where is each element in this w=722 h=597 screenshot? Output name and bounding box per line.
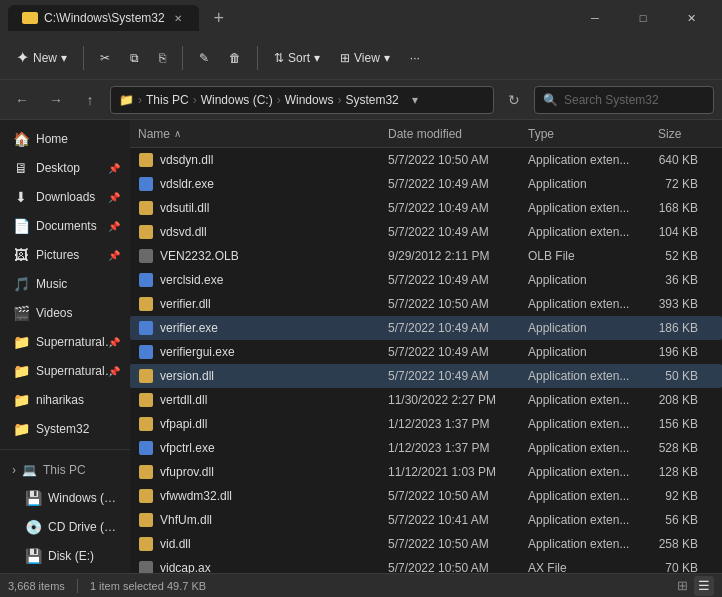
sidebar-item-music[interactable]: 🎵 Music [4,270,126,298]
maximize-button[interactable]: □ [620,0,666,36]
new-tab-button[interactable]: + [205,4,233,32]
table-row[interactable]: version.dll 5/7/2022 10:49 AM Applicatio… [130,364,722,388]
file-type-cell: Application [528,321,658,335]
sidebar-item-system32[interactable]: 📁 System32 [4,415,126,443]
column-header-size[interactable]: Size [658,127,714,141]
this-pc-chevron: › [12,463,16,477]
table-row[interactable]: vdsdyn.dll 5/7/2022 10:50 AM Application… [130,148,722,172]
tab-close-button[interactable]: ✕ [171,11,185,25]
downloads-pin-icon: 📌 [108,192,120,203]
table-row[interactable]: VEN2232.OLB 9/29/2012 2:11 PM OLB File 5… [130,244,722,268]
file-type-icon [138,464,154,480]
file-name-text: vfpapi.dll [160,417,207,431]
table-row[interactable]: verifier.dll 5/7/2022 10:50 AM Applicati… [130,292,722,316]
sort-button[interactable]: ⇅ Sort ▾ [266,42,328,74]
file-name-cell: vfpapi.dll [138,416,388,432]
table-row[interactable]: vertdll.dll 11/30/2022 2:27 PM Applicati… [130,388,722,412]
breadcrumb-dropdown[interactable]: ▾ [403,88,427,112]
title-bar: C:\Windows\System32 ✕ + ─ □ ✕ [0,0,722,36]
sidebar-item-home[interactable]: 🏠 Home [4,125,126,153]
table-row[interactable]: verclsid.exe 5/7/2022 10:49 AM Applicati… [130,268,722,292]
pictures-icon: 🖼 [12,247,30,263]
up-button[interactable]: ↑ [76,86,104,114]
sidebar-item-documents[interactable]: 📄 Documents 📌 [4,212,126,240]
file-date-cell: 1/12/2023 1:37 PM [388,441,528,455]
sidebar-item-supernatural2[interactable]: 📁 Supernatural S01E 📌 [4,357,126,385]
table-row[interactable]: vdsutil.dll 5/7/2022 10:49 AM Applicatio… [130,196,722,220]
supernatural1-pin-icon: 📌 [108,337,120,348]
sidebar-item-disk-e[interactable]: 💾 Disk (E:) [4,542,126,570]
table-row[interactable]: vfpctrl.exe 1/12/2023 1:37 PM Applicatio… [130,436,722,460]
file-type-icon [138,536,154,552]
sidebar-item-downloads[interactable]: ⬇ Downloads 📌 [4,183,126,211]
table-row[interactable]: vdsvd.dll 5/7/2022 10:49 AM Application … [130,220,722,244]
file-size-cell: 50 KB [658,369,714,383]
breadcrumb-windows-c[interactable]: Windows (C:) [201,93,273,107]
selected-info: 1 item selected 49.7 KB [90,580,206,592]
sidebar-item-windows-c[interactable]: 💾 Windows (C:) [4,484,126,512]
file-name-text: version.dll [160,369,214,383]
column-header-date[interactable]: Date modified [388,127,528,141]
file-type-cell: Application exten... [528,417,658,431]
file-type-icon [138,248,154,264]
minimize-button[interactable]: ─ [572,0,618,36]
this-pc-icon: 💻 [22,463,37,477]
close-button[interactable]: ✕ [668,0,714,36]
grid-view-button[interactable]: ⊞ [672,576,692,596]
sidebar-item-cd-drive-d[interactable]: 💿 CD Drive (D:) WI [4,513,126,541]
sidebar-item-niharikas[interactable]: 📁 niharikas [4,386,126,414]
table-row[interactable]: vdsldr.exe 5/7/2022 10:49 AM Application… [130,172,722,196]
view-button[interactable]: ⊞ View ▾ [332,42,398,74]
refresh-button[interactable]: ↻ [500,86,528,114]
file-name-cell: VEN2232.OLB [138,248,388,264]
breadcrumb-this-pc-label[interactable]: This PC [146,93,189,107]
new-button[interactable]: ✦ New ▾ [8,42,75,74]
table-row[interactable]: vfpapi.dll 1/12/2023 1:37 PM Application… [130,412,722,436]
column-header-type[interactable]: Type [528,127,658,141]
sidebar-this-pc-header[interactable]: › 💻 This PC [4,457,126,483]
table-row[interactable]: vfwwdm32.dll 5/7/2022 10:50 AM Applicati… [130,484,722,508]
file-size-cell: 393 KB [658,297,714,311]
file-date-cell: 5/7/2022 10:50 AM [388,489,528,503]
sidebar-label-desktop: Desktop [36,161,80,175]
column-header-name[interactable]: Name ∧ [138,127,388,141]
table-row[interactable]: vidcap.ax 5/7/2022 10:50 AM AX File 70 K… [130,556,722,573]
forward-button[interactable]: → [42,86,70,114]
copy-button[interactable]: ⧉ [122,42,147,74]
breadcrumb-bar[interactable]: 📁 › This PC › Windows (C:) › Windows › S… [110,86,494,114]
cut-button[interactable]: ✂ [92,42,118,74]
table-row[interactable]: vid.dll 5/7/2022 10:50 AM Application ex… [130,532,722,556]
back-button[interactable]: ← [8,86,36,114]
sidebar-item-disk-f[interactable]: 💾 Disk (F:) [4,571,126,573]
table-row[interactable]: VhfUm.dll 5/7/2022 10:41 AM Application … [130,508,722,532]
sidebar-item-desktop[interactable]: 🖥 Desktop 📌 [4,154,126,182]
paste-button[interactable]: ⎘ [151,42,174,74]
breadcrumb-this-pc[interactable]: 📁 [119,93,134,107]
delete-button[interactable]: 🗑 [221,42,249,74]
list-view-button[interactable]: ☰ [694,576,714,596]
file-size-cell: 208 KB [658,393,714,407]
file-name-text: VEN2232.OLB [160,249,239,263]
rename-button[interactable]: ✎ [191,42,217,74]
file-size-cell: 258 KB [658,537,714,551]
sidebar-item-supernatural1[interactable]: 📁 Supernatural S01E 📌 [4,328,126,356]
search-box[interactable]: 🔍 Search System32 [534,86,714,114]
table-row[interactable]: vfuprov.dll 11/12/2021 1:03 PM Applicati… [130,460,722,484]
file-type-cell: Application [528,273,658,287]
dll-icon [139,489,153,503]
file-name-text: vfpctrl.exe [160,441,215,455]
file-size-cell: 156 KB [658,417,714,431]
table-row[interactable]: verifier.exe 5/7/2022 10:49 AM Applicati… [130,316,722,340]
file-date-cell: 5/7/2022 10:49 AM [388,201,528,215]
file-type-cell: Application exten... [528,441,658,455]
file-type-cell: Application exten... [528,393,658,407]
file-type-icon [138,152,154,168]
sidebar-item-videos[interactable]: 🎬 Videos [4,299,126,327]
breadcrumb-windows[interactable]: Windows [285,93,334,107]
active-tab[interactable]: C:\Windows\System32 ✕ [8,5,199,31]
sidebar-item-pictures[interactable]: 🖼 Pictures 📌 [4,241,126,269]
more-button[interactable]: ··· [402,42,428,74]
documents-icon: 📄 [12,218,30,234]
breadcrumb-system32[interactable]: System32 [345,93,398,107]
table-row[interactable]: verifiergui.exe 5/7/2022 10:49 AM Applic… [130,340,722,364]
